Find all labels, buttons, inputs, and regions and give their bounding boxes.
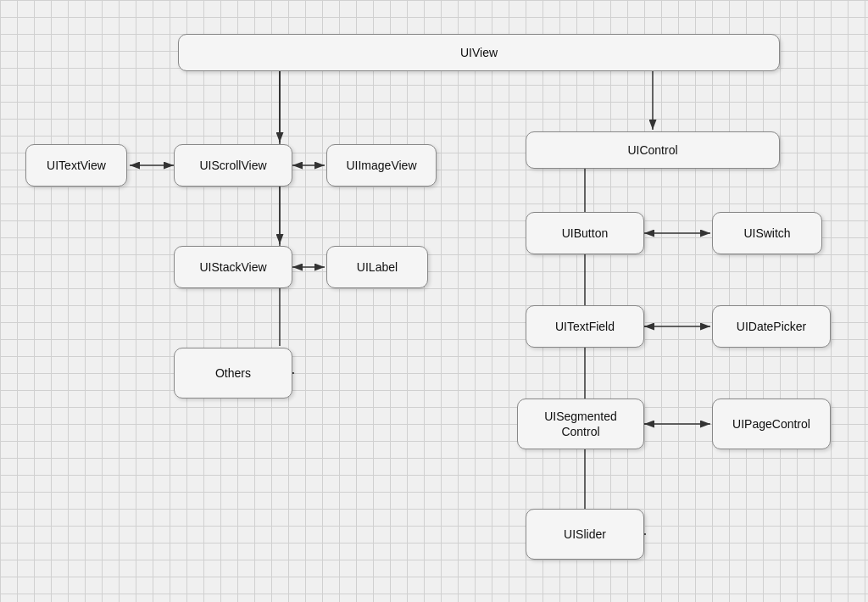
node-uiswitch: UISwitch bbox=[712, 212, 822, 254]
diagram-container: UIView UIControl UITextView UIScrollView… bbox=[0, 0, 868, 602]
arrows-svg bbox=[0, 0, 868, 602]
node-uicontrol: UIControl bbox=[526, 131, 780, 169]
node-uitextfield: UITextField bbox=[526, 305, 644, 348]
node-uiimageview: UIImageView bbox=[326, 144, 437, 187]
node-uislider: UISlider bbox=[526, 509, 644, 560]
node-uitextview: UITextView bbox=[25, 144, 127, 187]
node-uipagecontrol: UIPageControl bbox=[712, 399, 831, 449]
node-uidatepicker: UIDatePicker bbox=[712, 305, 831, 348]
node-uiview: UIView bbox=[178, 34, 780, 71]
node-others: Others bbox=[174, 348, 292, 399]
node-uibutton: UIButton bbox=[526, 212, 644, 254]
node-uisegmentedcontrol: UISegmented Control bbox=[517, 399, 644, 449]
node-uistackview: UIStackView bbox=[174, 246, 292, 288]
node-uilabel: UILabel bbox=[326, 246, 428, 288]
node-uiscrollview: UIScrollView bbox=[174, 144, 292, 187]
